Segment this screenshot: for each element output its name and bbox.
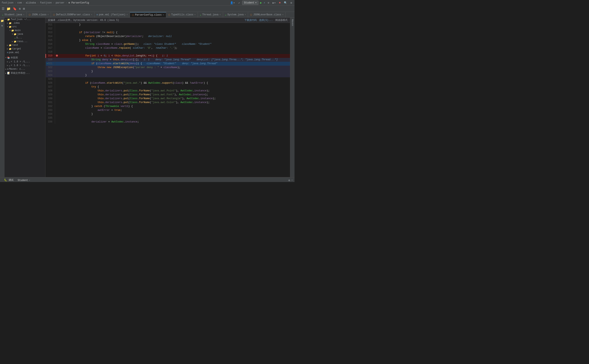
breadcrumb-fastjson[interactable]: fastjson: [2, 1, 13, 4]
tab-close-debug[interactable]: ×: [29, 179, 30, 182]
tree-scratches[interactable]: ▶ 📝 草稿文件和控...: [5, 71, 45, 75]
settings-icon[interactable]: ⚙: [290, 1, 293, 5]
tree-maven[interactable]: ▶ m Maven: c...: [5, 67, 45, 71]
tab-system-java[interactable]: ☕ System.java ×: [223, 12, 248, 17]
tab-close-icon[interactable]: ×: [194, 14, 196, 16]
student-dropdown[interactable]: Student ▾: [242, 1, 258, 5]
minimize-icon[interactable]: −: [291, 179, 293, 182]
bookmark-icon[interactable]: 🔖: [12, 6, 18, 11]
tree-java[interactable]: ▼ 📁 java: [5, 32, 45, 36]
tab-jsonlexerbase-class[interactable]: ⬡ JSONLexerBase.class ×: [248, 12, 286, 17]
file-tree: ▼ 📁 fastjson ~/... ▶ 📁 .idea ▼ 📁 src ▼ 📁…: [5, 18, 46, 177]
line-code[interactable]: [59, 116, 290, 120]
line-code[interactable]: }: [59, 112, 290, 116]
tree-src[interactable]: ▼ 📁 src: [5, 25, 45, 29]
tree-target[interactable]: ▶ 📁 target: [5, 47, 45, 51]
tab-defaultjsonparser-class[interactable]: ⬡ DefaultJSONParser.class ×: [51, 12, 94, 17]
tab-pom-xml[interactable]: m pom.xml (fastjson) ×: [94, 12, 130, 17]
line-code[interactable]: throw new JSONException("parser deny : "…: [59, 66, 290, 70]
line-code[interactable]: }: [59, 70, 290, 73]
line-number: 323: [46, 70, 55, 73]
line-code[interactable]: derializer = AwtCodec.instance;: [59, 120, 290, 124]
tab-json-class[interactable]: ⬡ JSON.class ×: [26, 12, 51, 17]
line-code[interactable]: try {: [59, 85, 290, 89]
tab-thread-java[interactable]: ☕ Thread.java ×: [198, 12, 223, 17]
line-code[interactable]: this.derializers.put(Class.forName("java…: [59, 89, 290, 93]
line-code[interactable]: } else {: [59, 39, 290, 42]
breadcrumb-parser[interactable]: parser: [56, 1, 65, 4]
navigation-icon[interactable]: ↗: [237, 1, 241, 5]
tab-parserconfig-class[interactable]: ⬡ ParserConfig.class ×: [130, 12, 166, 17]
tree-resources[interactable]: ▶ 📁 reso...: [5, 40, 45, 43]
breadcrumb-com[interactable]: com: [17, 1, 22, 4]
structure-icon[interactable]: ≋: [18, 6, 22, 11]
line-code[interactable]: if (className.startsWith("java.awt.") &&…: [59, 81, 290, 85]
line-code[interactable]: this.derializers.put(Class.forName("java…: [59, 97, 290, 101]
expand-arrow: ▼: [5, 18, 7, 21]
line-code[interactable]: this.derializers.put(Class.forName("java…: [59, 101, 290, 104]
tab-close-icon[interactable]: ×: [163, 14, 164, 16]
line-code[interactable]: String className = clazz.getName(); claz…: [59, 42, 290, 46]
line-code[interactable]: [59, 27, 290, 31]
line-code[interactable]: } catch (Throwable var11) {: [59, 104, 290, 108]
line-code[interactable]: }: [59, 23, 290, 27]
line-code[interactable]: [59, 50, 290, 54]
project-side-icon[interactable]: 📁: [1, 18, 4, 23]
line-code[interactable]: if (derializer != null) {: [59, 31, 290, 35]
debug-session-name[interactable]: Student: [18, 179, 28, 182]
tab-debug[interactable]: 🐛 调试: [2, 178, 16, 182]
breakpoint-icon[interactable]: [56, 55, 58, 57]
line-code[interactable]: for(int i = 0; i < this.denyList.length;…: [59, 54, 290, 58]
breadcrumb-alibaba[interactable]: alibaba: [26, 1, 36, 4]
download-source-button[interactable]: 下载源代码: [244, 18, 257, 22]
search-icon[interactable]: 🔍: [283, 1, 288, 5]
code-editor[interactable]: 311 } 312 313 if (derializer !=: [46, 23, 290, 177]
tab-student-java[interactable]: ☕ Student.java ×: [0, 12, 26, 17]
user-icon[interactable]: 👤▾: [229, 1, 236, 5]
tree-test[interactable]: ▶ 📁 test: [5, 43, 45, 47]
reader-mode-button[interactable]: 阅读器模式: [275, 18, 288, 22]
coverage-icon[interactable]: ⊙: [267, 1, 270, 5]
tree-student-java[interactable]: ☕ S...: [5, 36, 45, 40]
tab-close-icon[interactable]: ×: [47, 14, 49, 16]
more-run-icon[interactable]: ▶▾: [272, 1, 277, 5]
split-icon[interactable]: ⊞: [22, 6, 26, 11]
tab-close-icon[interactable]: ×: [91, 14, 92, 16]
tree-pom[interactable]: m pom.xml: [5, 51, 45, 54]
debug-button[interactable]: ⚡: [263, 1, 265, 5]
tab-close-icon[interactable]: ×: [23, 14, 24, 16]
line-code[interactable]: awtError = true;: [59, 108, 290, 112]
tree-jdk2[interactable]: ▶ ☕ < 1.8 > /L...: [5, 64, 45, 67]
tab-label: JSONLexerBase.class: [253, 13, 281, 16]
line-code[interactable]: String deny = this.denyList[i]; i: 1 den…: [59, 58, 290, 62]
line-code[interactable]: [59, 77, 290, 81]
tree-main[interactable]: ▼ 📁 main: [5, 29, 45, 32]
tab-label: ParserConfig.class: [135, 13, 162, 16]
settings-icon[interactable]: ⚙: [288, 179, 290, 182]
line-code[interactable]: }: [59, 73, 290, 77]
tab-close-icon[interactable]: ×: [126, 14, 128, 16]
line-code[interactable]: if (className.startsWith(deny)) { classN…: [59, 62, 290, 66]
structure-side-icon[interactable]: ≋: [1, 23, 3, 28]
breadcrumb-fastjson2[interactable]: fastjson: [40, 1, 52, 4]
line-code[interactable]: className = className.replace( oldChar: …: [59, 46, 290, 50]
tree-external-libs[interactable]: ▼ 📚 外部库: [5, 56, 45, 60]
run-button[interactable]: ▶: [260, 1, 262, 5]
select-source-button[interactable]: 选择(S)...: [259, 18, 273, 22]
tree-root[interactable]: ▼ 📁 fastjson ~/...: [5, 18, 45, 21]
project-icon[interactable]: 📁: [6, 6, 12, 11]
line-code[interactable]: this.derializers.put(Class.forName("java…: [59, 93, 290, 97]
maven-side-tab[interactable]: Maven: [291, 18, 294, 27]
maven-icon: m: [7, 68, 9, 70]
stop-icon[interactable]: ■: [278, 1, 281, 5]
hamburger-icon[interactable]: ☰: [1, 6, 5, 11]
line-number: 332: [46, 104, 55, 108]
line-code[interactable]: return (ObjectDeserializer)derializer; d…: [59, 35, 290, 39]
tab-close-icon[interactable]: ×: [282, 14, 284, 16]
tree-jdk1[interactable]: ▶ ☕ < 1.8 > /L...: [5, 60, 45, 64]
tab-typeutils-class[interactable]: ⬡ TypeUtils.class ×: [166, 12, 198, 17]
expand-arrow: ▶: [7, 22, 8, 24]
tab-close-icon[interactable]: ×: [220, 14, 221, 16]
tab-close-icon[interactable]: ×: [245, 14, 246, 16]
tree-idea[interactable]: ▶ 📁 .idea: [5, 21, 45, 25]
